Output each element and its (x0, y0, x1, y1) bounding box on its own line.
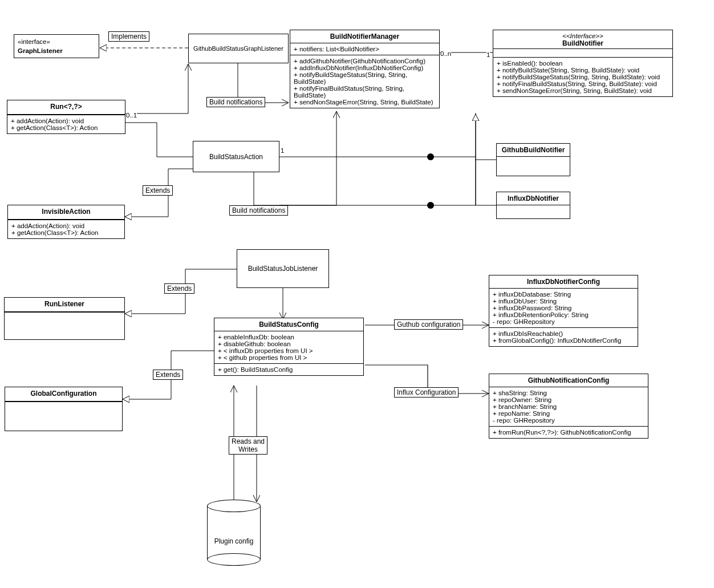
attributes: + notifiers: List<BuildNotifier> (290, 43, 439, 55)
operations: + addAction(Action): void + getAction(Cl… (8, 220, 124, 238)
operations: + addGithubNotifier(GithubNotificationCo… (290, 55, 439, 108)
class-name: GraphListener (18, 45, 95, 54)
class-name: RunListener (5, 298, 124, 310)
body-empty (5, 312, 124, 341)
class-name: GithubNotificationConfig (489, 374, 648, 387)
label-build-notifications-2: Build notifications (229, 205, 288, 216)
multiplicity-0n: 0..n (440, 50, 451, 57)
class-github-build-notifier: GithubBuildNotifier (496, 143, 570, 176)
class-name: InfluxDbNotifier (497, 192, 570, 205)
operations: + get(): BuildStatusConfig (214, 363, 363, 375)
class-build-status-config: BuildStatusConfig + enableInfluxDb: bool… (214, 318, 364, 376)
cylinder-label: Plugin config (207, 537, 261, 545)
label-implements: Implements (108, 31, 149, 42)
operations: + influxDbIsReachable() + fromGlobalConf… (489, 327, 638, 346)
class-build-notifier-manager: BuildNotifierManager + notifiers: List<B… (290, 30, 440, 108)
class-influxdb-notifier: InfluxDbNotifier (496, 192, 570, 219)
attributes-empty (493, 48, 672, 57)
svg-point-0 (427, 153, 434, 160)
uml-canvas: «interface» GraphListener Implements Git… (0, 0, 714, 588)
label-build-notifications-1: Build notifications (206, 97, 265, 107)
class-name: Run<?,?> (7, 100, 125, 113)
operations: + addAction(Action): void + getAction(Cl… (7, 115, 125, 133)
multiplicity-01: 0..1 (126, 112, 137, 119)
label-extends-2: Extends (164, 283, 194, 294)
class-invisible-action: InvisibleAction + addAction(Action): voi… (7, 205, 125, 239)
class-build-status-action: BuildStatusAction (193, 141, 279, 172)
operations: + isEnabled(): boolean + notifyBuildStat… (493, 57, 672, 96)
label-github-config: Guthub configuration (394, 319, 463, 330)
label-reads-writes: Reads and Writes (229, 436, 267, 455)
class-github-build-status-graph-listener: GithubBuildStatusGraphListener (188, 34, 289, 63)
body-empty (5, 402, 122, 432)
class-name: BuildStatusConfig (214, 318, 363, 331)
db-plugin-config: Plugin config (207, 500, 261, 566)
class-name: BuildNotifier (497, 39, 669, 47)
class-run: Run<?,?> + addAction(Action): void + get… (7, 100, 125, 134)
class-graph-listener: «interface» GraphListener (14, 34, 99, 58)
multiplicity-1b: 1 (281, 147, 284, 154)
class-build-notifier: <<Interface>> BuildNotifier + isEnabled(… (493, 30, 673, 97)
class-global-configuration: GlobalConfiguration (5, 387, 123, 431)
attributes: + enableInfluxDb: boolean + disableGithu… (214, 331, 363, 363)
label-extends-1: Extends (143, 185, 173, 196)
class-influxdb-notifier-config: InfluxDbNotifierConfig + influxDbDatabas… (489, 275, 638, 347)
class-name: InfluxDbNotifierConfig (489, 275, 638, 288)
class-name: GlobalConfiguration (5, 387, 122, 400)
multiplicity-1: 1 (486, 51, 490, 58)
stereotype: <<Interface>> (497, 33, 669, 39)
class-build-status-job-listener: BuildStatusJobListener (237, 249, 329, 288)
attributes: + shaString: String + repoOwner: String … (489, 387, 648, 426)
class-name: InvisibleAction (8, 205, 124, 218)
class-name: GithubBuildNotifier (497, 144, 570, 157)
label-extends-3: Extends (153, 370, 183, 380)
class-github-notification-config: GithubNotificationConfig + shaString: St… (489, 374, 648, 439)
label-influx-config: Influx Configuration (394, 387, 459, 398)
attributes: + influxDbDatabase: String + influxDbUse… (489, 288, 638, 327)
stereotype: «interface» (18, 38, 95, 45)
class-name: BuildStatusJobListener (245, 262, 322, 275)
svg-point-1 (427, 202, 434, 209)
class-run-listener: RunListener (4, 297, 125, 340)
class-name: GithubBuildStatusGraphListener (190, 43, 287, 54)
class-name: BuildNotifierManager (290, 30, 439, 43)
class-name: BuildStatusAction (206, 151, 266, 163)
operations: + fromRun(Run<?,?>): GithubNotificationC… (489, 426, 648, 438)
